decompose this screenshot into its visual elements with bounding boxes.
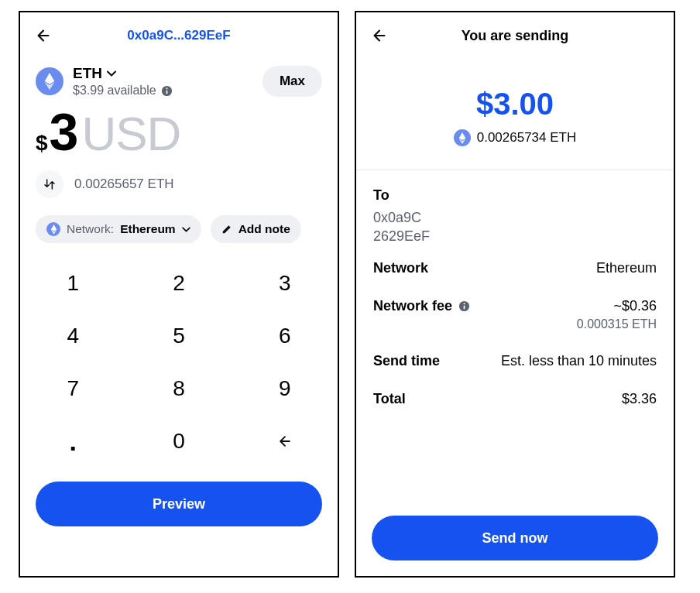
send-confirm-screen: You are sending $3.00 0.00265734 ETH To … xyxy=(355,11,675,578)
keypad-4[interactable]: 4 xyxy=(20,310,126,362)
add-note-button[interactable]: Add note xyxy=(211,215,301,243)
recipient-section: To 0x0a9C 2629EeF xyxy=(356,170,674,249)
eth-icon xyxy=(46,222,60,236)
to-label: To xyxy=(373,187,657,204)
numeric-keypad: 1 2 3 4 5 6 7 8 9 . 0 xyxy=(20,257,338,468)
send-time-value: Est. less than 10 minutes xyxy=(501,353,657,369)
back-button[interactable] xyxy=(369,25,390,46)
network-fee-label: Network fee xyxy=(373,298,452,314)
network-fee-row: Network fee ~$0.36 0.000315 ETH xyxy=(356,287,674,342)
keypad-7[interactable]: 7 xyxy=(20,362,126,415)
to-address-line2: 2629EeF xyxy=(373,227,657,245)
arrow-left-icon xyxy=(276,434,294,449)
eth-icon xyxy=(454,129,471,146)
currency-symbol: $ xyxy=(36,131,48,156)
pencil-icon xyxy=(221,224,232,235)
chevron-down-icon xyxy=(107,70,116,77)
amount-usd: $3.00 xyxy=(476,87,554,122)
keypad-decimal[interactable]: . xyxy=(20,415,126,468)
total-row: Total $3.36 xyxy=(356,380,674,418)
amount-value: 3 xyxy=(50,105,79,158)
asset-name-label: ETH xyxy=(73,65,102,82)
network-fee-eth: 0.000315 ETH xyxy=(577,317,657,331)
svg-rect-4 xyxy=(464,305,465,309)
send-time-row: Send time Est. less than 10 minutes xyxy=(356,342,674,380)
keypad-1[interactable]: 1 xyxy=(20,257,126,310)
keypad-0[interactable]: 0 xyxy=(126,415,232,468)
available-balance: $3.99 available xyxy=(73,84,156,98)
keypad-2[interactable]: 2 xyxy=(126,257,232,310)
arrow-left-icon xyxy=(371,27,388,44)
eth-equivalent: 0.00265657 ETH xyxy=(74,177,174,192)
keypad-3[interactable]: 3 xyxy=(232,257,338,310)
swap-currency-button[interactable] xyxy=(36,170,63,198)
network-value: Ethereum xyxy=(596,260,657,276)
info-icon[interactable] xyxy=(458,300,470,312)
amount-summary: $3.00 0.00265734 ETH xyxy=(356,59,674,170)
currency-label: USD xyxy=(81,106,180,161)
keypad-backspace[interactable] xyxy=(232,415,338,468)
eth-icon xyxy=(36,67,63,95)
max-button[interactable]: Max xyxy=(262,66,322,97)
network-fee-usd: ~$0.36 xyxy=(577,298,657,314)
network-row: Network Ethereum xyxy=(356,249,674,287)
asset-dropdown[interactable]: ETH xyxy=(73,65,173,82)
info-icon[interactable] xyxy=(161,85,173,97)
to-address-line1: 0x0a9C xyxy=(373,208,657,227)
send-entry-screen: 0x0a9C...629EeF ETH $3.99 available Max xyxy=(19,11,339,578)
keypad-8[interactable]: 8 xyxy=(126,362,232,415)
svg-point-5 xyxy=(464,303,465,304)
total-value: $3.36 xyxy=(622,391,657,407)
amount-eth: 0.00265734 ETH xyxy=(477,130,577,146)
svg-point-2 xyxy=(166,87,167,89)
preview-button[interactable]: Preview xyxy=(36,482,322,526)
total-label: Total xyxy=(373,391,406,407)
send-now-button[interactable]: Send now xyxy=(372,516,658,560)
svg-rect-1 xyxy=(166,90,167,94)
network-label: Network: xyxy=(67,222,114,236)
keypad-6[interactable]: 6 xyxy=(232,310,338,362)
asset-selector-row: ETH $3.99 available Max xyxy=(20,59,338,98)
send-time-label: Send time xyxy=(373,353,440,369)
chevron-down-icon xyxy=(182,227,190,232)
page-title: You are sending xyxy=(356,28,674,44)
network-selector[interactable]: Network: Ethereum xyxy=(36,215,201,243)
recipient-address[interactable]: 0x0a9C...629EeF xyxy=(20,28,338,43)
network-label: Network xyxy=(373,260,428,276)
network-value: Ethereum xyxy=(120,222,176,236)
keypad-9[interactable]: 9 xyxy=(232,362,338,415)
amount-display: $ 3 USD xyxy=(20,98,338,161)
keypad-5[interactable]: 5 xyxy=(126,310,232,362)
swap-icon xyxy=(43,178,56,190)
add-note-label: Add note xyxy=(238,222,290,236)
